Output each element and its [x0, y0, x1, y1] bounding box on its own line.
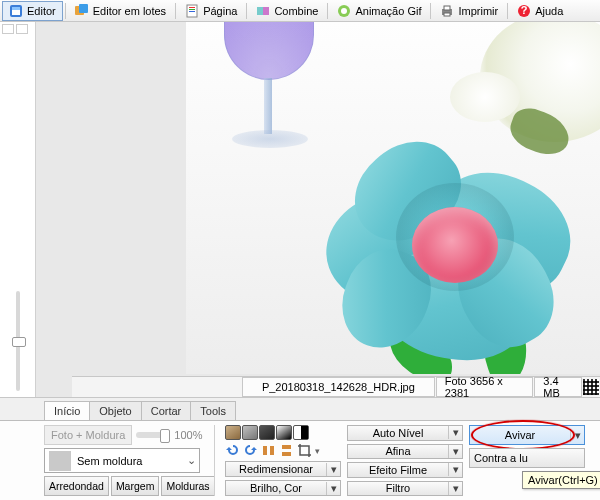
- auto-nivel-label: Auto Nível: [348, 427, 448, 439]
- rotate-left-icon[interactable]: [225, 443, 240, 458]
- bw-swatch[interactable]: [293, 425, 309, 440]
- tab-tools[interactable]: Tools: [190, 401, 236, 420]
- tab-objeto[interactable]: Objeto: [89, 401, 141, 420]
- brilho-cor-button[interactable]: Brilho, Cor ▾: [225, 480, 341, 496]
- qr-icon: [583, 379, 599, 395]
- tab-inicio[interactable]: Início: [44, 401, 90, 420]
- chevron-down-icon[interactable]: ▾: [315, 446, 320, 456]
- page-label: Página: [203, 5, 237, 17]
- negative-swatch[interactable]: [276, 425, 292, 440]
- flip-h-icon[interactable]: [261, 443, 276, 458]
- chevron-down-icon: ▾: [570, 429, 584, 442]
- status-filename: P_20180318_142628_HDR.jpg: [242, 377, 435, 397]
- print-label: Imprimir: [458, 5, 498, 17]
- efeito-filme-button[interactable]: Efeito Filme ▾: [347, 462, 463, 478]
- left-side-panel: [0, 22, 36, 397]
- batch-label: Editor em lotes: [93, 5, 166, 17]
- editor-tab-button[interactable]: Editor: [2, 1, 63, 21]
- combine-icon: [256, 4, 270, 18]
- filtro-label: Filtro: [348, 482, 448, 494]
- print-icon: [440, 4, 454, 18]
- tone-swatches: [225, 425, 341, 440]
- avivar-column: Avivar ▾ Contra a lu Avivar(Ctrl+G): [469, 425, 585, 496]
- frame-select-label: Sem moldura: [75, 455, 183, 467]
- toolbar-separator: [430, 3, 431, 19]
- flip-v-icon[interactable]: [279, 443, 294, 458]
- svg-rect-6: [189, 7, 195, 8]
- frame-swatch: [49, 451, 71, 471]
- margem-button[interactable]: Margem: [111, 476, 160, 496]
- page-icon: [185, 4, 199, 18]
- batch-icon: [75, 4, 89, 18]
- svg-rect-7: [189, 9, 195, 10]
- svg-rect-4: [79, 4, 88, 13]
- page-button[interactable]: Página: [178, 1, 244, 21]
- filtro-button[interactable]: Filtro ▾: [347, 481, 463, 497]
- gif-icon: [337, 4, 351, 18]
- chevron-down-icon: ▾: [326, 463, 340, 476]
- combine-button[interactable]: Combine: [249, 1, 325, 21]
- svg-point-12: [341, 8, 347, 14]
- rotate-right-icon[interactable]: [243, 443, 258, 458]
- tab-cortar[interactable]: Cortar: [141, 401, 192, 420]
- svg-rect-14: [444, 6, 450, 10]
- afina-button[interactable]: Afina ▾: [347, 444, 463, 460]
- glass-decor: [218, 22, 318, 168]
- efeito-filme-label: Efeito Filme: [348, 464, 448, 476]
- status-dimensions: Foto 3656 x 2381: [436, 377, 534, 397]
- panel-divider: [214, 425, 215, 496]
- help-button[interactable]: ? Ajuda: [510, 1, 570, 21]
- thumbnail-strip[interactable]: [0, 22, 35, 36]
- gif-button[interactable]: Animação Gif: [330, 1, 428, 21]
- toolbar-separator: [175, 3, 176, 19]
- redimensionar-button[interactable]: Redimensionar ▾: [225, 461, 341, 477]
- transform-icons: ▾: [225, 443, 341, 458]
- svg-rect-2: [12, 7, 20, 10]
- contra-luz-button[interactable]: Contra a lu Avivar(Ctrl+G): [469, 448, 585, 468]
- print-button[interactable]: Imprimir: [433, 1, 505, 21]
- arredondado-button[interactable]: Arredondad: [44, 476, 109, 496]
- main-area: P_20180318_142628_HDR.jpg Foto 3656 x 23…: [0, 22, 600, 397]
- toolbar-separator: [246, 3, 247, 19]
- brilho-cor-label: Brilho, Cor: [226, 482, 326, 494]
- thumbnail[interactable]: [16, 24, 28, 34]
- editor-tab-label: Editor: [27, 5, 56, 17]
- avivar-label: Avivar: [470, 429, 570, 441]
- sepia-swatch[interactable]: [225, 425, 241, 440]
- redimensionar-label: Redimensionar: [226, 463, 326, 475]
- help-icon: ?: [517, 4, 531, 18]
- color-column: ▾ Redimensionar ▾ Brilho, Cor ▾: [221, 425, 341, 496]
- afina-label: Afina: [348, 445, 448, 457]
- chevron-down-icon: ▾: [448, 426, 462, 439]
- status-bar: P_20180318_142628_HDR.jpg Foto 3656 x 23…: [72, 376, 600, 397]
- svg-text:?: ?: [521, 4, 528, 16]
- frame-select[interactable]: Sem moldura ⌄: [44, 448, 200, 473]
- help-label: Ajuda: [535, 5, 563, 17]
- foto-moldura-button[interactable]: Foto + Moldura: [44, 425, 132, 445]
- chevron-down-icon: ▾: [326, 482, 340, 495]
- auto-nivel-button[interactable]: Auto Nível ▾: [347, 425, 463, 441]
- qr-button[interactable]: [583, 377, 600, 397]
- frame-opacity-slider[interactable]: [136, 432, 170, 438]
- svg-rect-8: [189, 11, 195, 12]
- chevron-down-icon: ▾: [448, 463, 462, 476]
- combine-label: Combine: [274, 5, 318, 17]
- thumbnail[interactable]: [2, 24, 14, 34]
- editor-icon: [9, 4, 23, 18]
- avivar-tooltip: Avivar(Ctrl+G): [522, 471, 600, 489]
- avivar-button[interactable]: Avivar ▾: [469, 425, 585, 445]
- status-filesize: 3.4 MB: [534, 377, 581, 397]
- gray-swatch[interactable]: [242, 425, 258, 440]
- dark-swatch[interactable]: [259, 425, 275, 440]
- toolbar-separator: [327, 3, 328, 19]
- molduras-button[interactable]: Molduras: [161, 476, 214, 496]
- batch-editor-button[interactable]: Editor em lotes: [68, 1, 173, 21]
- top-toolbar: Editor Editor em lotes Página Combine An…: [0, 0, 600, 22]
- chevron-down-icon: ⌄: [183, 454, 199, 467]
- contra-luz-label: Contra a lu: [470, 452, 584, 464]
- inicio-panel: Foto + Moldura 100% Sem moldura ⌄ Arredo…: [0, 420, 600, 500]
- image-canvas[interactable]: [186, 22, 600, 374]
- zoom-slider[interactable]: [16, 291, 20, 391]
- crop-icon[interactable]: [297, 443, 312, 458]
- level-column: Auto Nível ▾ Afina ▾ Efeito Filme ▾ Filt…: [347, 425, 463, 496]
